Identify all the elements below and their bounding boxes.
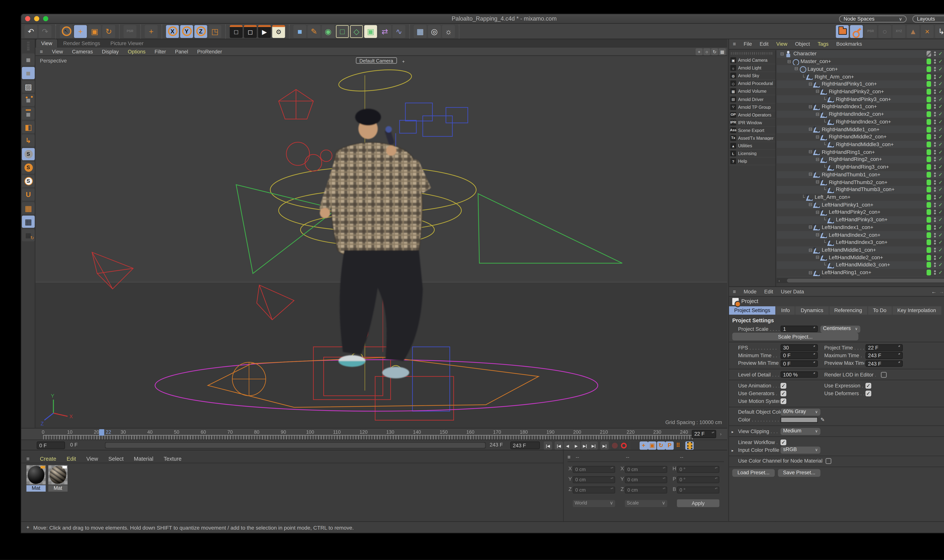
render-view-button[interactable]: □: [230, 25, 243, 38]
key-pla-button[interactable]: ⠿: [674, 441, 682, 449]
visibility-dots-icon[interactable]: [934, 51, 936, 57]
arnold-item-utilities[interactable]: ▲Utilities: [729, 142, 775, 150]
visibility-dots-icon[interactable]: [934, 262, 936, 268]
next-frame-button[interactable]: ▶|: [581, 441, 589, 449]
enabled-check-icon[interactable]: ✓: [938, 119, 942, 125]
layer-color-chip[interactable]: [927, 119, 931, 125]
enabled-check-icon[interactable]: ✓: [938, 89, 942, 95]
coord-field-h2[interactable]: 0 °: [677, 466, 720, 473]
layer-color-chip[interactable]: [927, 157, 931, 163]
viewport-tab-render-settings[interactable]: Render Settings: [58, 39, 105, 48]
hamburger-icon[interactable]: ≡: [40, 49, 43, 54]
axis-arrows-icon[interactable]: ↳: [935, 25, 944, 38]
om-menu-bookmarks[interactable]: Bookmarks: [836, 41, 862, 47]
s-gray-icon[interactable]: S: [22, 148, 35, 160]
expander-icon[interactable]: ⊟: [807, 82, 813, 87]
viewport-canvas[interactable]: Y X Z Perspective Default Camera+ Grid S…: [35, 56, 727, 428]
magnify-icon[interactable]: ○: [878, 25, 891, 38]
tree-row[interactable]: └RightHandThumb3_con+✓C: [777, 186, 944, 194]
enabled-check-icon[interactable]: ✓: [938, 164, 942, 170]
enabled-check-icon[interactable]: ✓: [938, 187, 942, 192]
render-lod-checkbox[interactable]: [881, 372, 887, 377]
playhead[interactable]: [99, 429, 105, 435]
live-selection-tool[interactable]: ↖: [60, 25, 73, 38]
layer-color-chip[interactable]: [927, 66, 931, 72]
coord-field-p2[interactable]: 0 °: [677, 476, 720, 483]
redo-icon[interactable]: ↷: [38, 25, 51, 38]
tree-row[interactable]: └LeftHandMiddle3_con+✓C: [777, 261, 944, 269]
expander-icon[interactable]: ⊟: [807, 127, 813, 132]
viewport-menu-filter[interactable]: Filter: [154, 49, 166, 54]
tree-row[interactable]: └RightHandRing3_con+✓C: [777, 163, 944, 171]
expander-icon[interactable]: ⊟: [815, 134, 821, 140]
layer-color-chip[interactable]: [927, 172, 931, 177]
expander-icon[interactable]: ⊟: [815, 180, 821, 185]
enabled-check-icon[interactable]: ✓: [938, 51, 942, 57]
attr-menu-edit[interactable]: Edit: [764, 289, 773, 295]
tree-row[interactable]: ⊟LeftHandIndex2_con+✓C: [777, 231, 944, 238]
close-window-button[interactable]: [25, 16, 30, 21]
fps-field[interactable]: 30: [781, 345, 818, 351]
layer-color-chip[interactable]: [927, 240, 931, 245]
arnold-item-arnold-sky[interactable]: ◍Arnold Sky: [729, 72, 775, 80]
visibility-dots-icon[interactable]: [934, 134, 936, 140]
om-menu-object[interactable]: Object: [795, 41, 810, 47]
arnold-item-arnold-camera[interactable]: ▣Arnold Camera: [729, 57, 775, 65]
back-arrow-icon[interactable]: ←: [931, 289, 936, 295]
visibility-dots-icon[interactable]: [934, 126, 936, 132]
tree-row[interactable]: ⊟RightHandPinky2_con+✓C: [777, 88, 944, 95]
attr-tab-to-do[interactable]: To Do: [868, 306, 892, 315]
visibility-dots-icon[interactable]: [934, 187, 936, 192]
tree-row[interactable]: ⊟RightHandIndex2_con+✓C: [777, 111, 944, 118]
axis-swap-icon[interactable]: ⇄: [378, 25, 391, 38]
tree-row[interactable]: ⊟Character✓: [777, 50, 944, 58]
layer-color-chip[interactable]: [927, 209, 931, 215]
polygons-mode-icon[interactable]: ◧: [22, 121, 35, 133]
lock-y-axis[interactable]: Y: [180, 25, 193, 38]
hamburger-icon[interactable]: ≡: [733, 289, 736, 295]
tree-row[interactable]: ⊟LeftHandMiddle2_con+✓C: [777, 254, 944, 261]
tree-row[interactable]: ⊟RightHandThumb1_con+✓C: [777, 171, 944, 178]
attr-tab-project-settings[interactable]: Project Settings: [729, 306, 775, 315]
visibility-dots-icon[interactable]: [934, 209, 936, 215]
enabled-check-icon[interactable]: ✓: [938, 209, 942, 215]
enabled-check-icon[interactable]: ✓: [938, 194, 942, 200]
enabled-check-icon[interactable]: ✓: [938, 142, 942, 148]
enabled-check-icon[interactable]: ✓: [938, 255, 942, 260]
om-menu-edit[interactable]: Edit: [760, 41, 769, 47]
tree-row[interactable]: └LeftHandIndex3_con+✓C: [777, 238, 944, 246]
material-item[interactable]: Mat: [26, 465, 46, 492]
enabled-check-icon[interactable]: ✓: [938, 172, 942, 177]
undo-icon[interactable]: ↶: [25, 25, 37, 38]
tree-row[interactable]: ⊟LeftHandRing1_con+✓C: [777, 269, 944, 276]
enabled-check-icon[interactable]: ✓: [938, 96, 942, 102]
visibility-dots-icon[interactable]: [934, 194, 936, 200]
spline-pen-tool[interactable]: ✎: [307, 25, 320, 38]
layer-color-chip[interactable]: [927, 202, 931, 208]
use-animation-checkbox[interactable]: ✓: [781, 383, 786, 389]
enabled-check-icon[interactable]: ✓: [938, 81, 942, 87]
arnold-item-licensing[interactable]: LLicensing: [729, 150, 775, 158]
layer-color-chip[interactable]: [927, 164, 931, 170]
move-tool[interactable]: +: [74, 25, 87, 38]
key-scale-button[interactable]: ▣: [648, 441, 656, 449]
scale-project-button[interactable]: Scale Project...: [732, 333, 858, 341]
layer-color-chip[interactable]: [927, 104, 931, 110]
points-mode-icon[interactable]: ■: [22, 94, 35, 106]
arnold-item-scene-export[interactable]: AssScene Export: [729, 127, 775, 134]
visibility-dots-icon[interactable]: [934, 58, 936, 65]
om-menu-view[interactable]: View: [776, 41, 787, 47]
visibility-dots-icon[interactable]: [934, 111, 936, 117]
layer-color-chip[interactable]: [927, 96, 931, 102]
visibility-dots-icon[interactable]: [934, 202, 936, 208]
coord-field-x1[interactable]: 0 cm: [625, 466, 667, 473]
visibility-dots-icon[interactable]: [934, 164, 936, 170]
render-picture-viewer-button[interactable]: ▶: [258, 25, 271, 38]
array-icon[interactable]: ▣: [364, 25, 377, 38]
add-cube-primitive[interactable]: ■: [294, 25, 306, 38]
expander-icon[interactable]: ⊟: [807, 172, 813, 177]
linear-workflow-checkbox[interactable]: ✓: [781, 439, 786, 445]
tree-row[interactable]: └Left_Arm_con+✓C: [777, 194, 944, 201]
enabled-check-icon[interactable]: ✓: [938, 157, 942, 163]
use-generators-checkbox[interactable]: ✓: [781, 391, 786, 396]
